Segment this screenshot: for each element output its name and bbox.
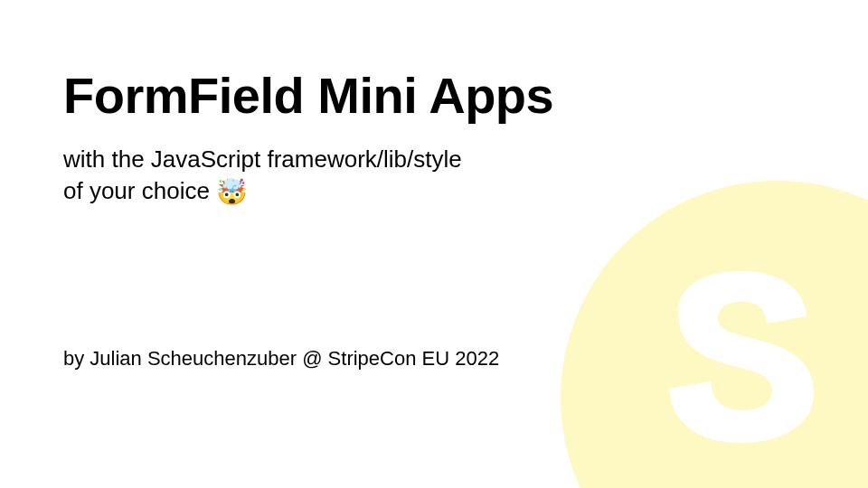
slide-container: FormField Mini Apps with the JavaScript … bbox=[0, 0, 868, 488]
exploding-head-icon: 🤯 bbox=[216, 178, 248, 206]
slide-byline: by Julian Scheuchenzuber @ StripeCon EU … bbox=[63, 347, 499, 371]
logo-background-circle bbox=[561, 181, 868, 488]
subtitle-line2: of your choice bbox=[63, 177, 210, 204]
slide-subtitle: with the JavaScript framework/lib/style … bbox=[63, 144, 606, 210]
slide-title: FormField Mini Apps bbox=[63, 68, 805, 124]
subtitle-line1: with the JavaScript framework/lib/style bbox=[63, 145, 462, 173]
logo-icon bbox=[633, 262, 850, 479]
